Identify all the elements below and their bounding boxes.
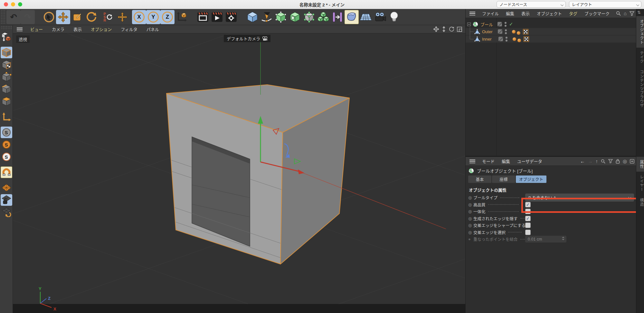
rotate-view-icon[interactable] [449,26,454,32]
filter-icon[interactable] [630,11,634,16]
lock-workplane-button[interactable] [1,194,12,206]
tab-objects[interactable]: オブジェクト [636,16,644,48]
axis-mode-button[interactable] [1,111,12,123]
camera-label[interactable]: デフォルトカメラ [224,35,270,42]
lock-y-axis-button[interactable]: Y [146,10,160,24]
tab-layers[interactable]: レイヤー [636,172,644,195]
light-button[interactable] [387,10,401,24]
om-menu-file[interactable]: ファイル [478,10,502,16]
nodespace-select[interactable]: ノードスペース [497,1,566,8]
search-icon[interactable] [616,11,621,16]
workplane-button[interactable] [1,182,12,194]
texture-tag-icon[interactable] [524,36,529,42]
model-mode-button[interactable] [1,47,12,58]
om-menu-bookmarks[interactable]: ブックマーク [581,10,613,16]
visibility-dots[interactable] [506,37,507,42]
viewport-menu-display[interactable]: 表示 [69,26,86,32]
history-back-icon[interactable]: ← [580,159,585,164]
om-menu-edit[interactable]: 編集 [502,10,518,16]
tab-takes[interactable]: テイク [636,48,644,67]
sidebar-grip[interactable] [1,26,12,30]
mograph-cloner-button[interactable] [316,10,330,24]
viewport-canvas[interactable]: Y Z X [13,33,465,313]
keyframe-bullet-icon[interactable]: ◎ [468,202,473,207]
camera-button[interactable] [373,10,387,24]
tab-attributes[interactable]: 属性 [636,157,644,172]
single-object-checkbox[interactable] [525,209,531,214]
optimize-points-value[interactable]: 0.01 cm [525,236,566,242]
keyframe-bullet-icon[interactable]: ◎ [468,230,473,235]
viewport-menu-panel[interactable]: パネル [142,26,164,32]
render-settings-button[interactable] [224,10,238,24]
lock-z-axis-button[interactable]: Z [160,10,175,24]
make-editable-button[interactable] [1,31,12,43]
move-tool-button[interactable] [56,10,70,24]
phong-tag-icon[interactable] [513,37,516,41]
snap-settings-button[interactable]: S [1,139,12,150]
spinner-arrows-icon[interactable] [562,237,564,240]
subdivision-surface-button[interactable] [274,10,288,24]
environment-floor-button[interactable] [359,10,373,24]
om-menu-view[interactable]: 表示 [518,10,533,16]
home-icon[interactable]: ⌂ [624,11,627,16]
lock-x-axis-button[interactable]: X [132,10,146,24]
rotate-tool-button[interactable] [84,10,99,24]
texture-mode-button[interactable] [1,59,12,71]
tab-structure[interactable]: 構造 [636,195,644,210]
magnet-snap-button[interactable] [1,166,12,178]
viewport-menu-icon[interactable] [17,27,23,31]
render-view-button[interactable] [196,10,210,24]
viewport-menu-options[interactable]: オプション [86,26,116,32]
object-name[interactable]: ブール [480,21,493,27]
point-mode-button[interactable] [1,71,12,83]
tab-object[interactable]: オブジェクト [516,175,546,183]
enable-check-icon[interactable]: ✓ [509,21,513,27]
filter-icon[interactable] [608,159,613,163]
global-move-button[interactable] [115,10,129,24]
am-menu-mode[interactable]: モード [478,158,498,164]
search-icon[interactable] [601,159,605,164]
texture-tag-icon[interactable] [523,29,528,34]
boolean-type-dropdown[interactable]: B を含まない A [525,194,634,202]
am-menu-edit[interactable]: 編集 [498,158,514,164]
psr-reset-button[interactable]: PSR [101,10,115,24]
tab-coordinates[interactable]: 座標 [492,175,515,183]
parent-object-icon[interactable]: ↑ [595,159,598,164]
render-picture-viewer-button[interactable] [210,10,224,24]
redo-button[interactable]: ↷ [21,10,35,24]
om-menu-tags[interactable]: タグ [565,10,581,16]
quantize-button[interactable]: S [1,151,12,163]
volume-builder-button[interactable] [302,10,316,24]
om-menu-objects[interactable]: オブジェクト [533,10,565,16]
attribute-manager-menu-icon[interactable] [469,159,475,163]
pan-view-icon[interactable] [433,26,439,32]
visibility-dots[interactable] [505,22,507,27]
layout-select[interactable]: レイアウト [569,1,641,8]
viewport-menu-view[interactable]: ビュー [26,26,47,32]
phong-tag-icon[interactable] [517,39,521,42]
edge-mode-button[interactable] [1,83,12,95]
keyframe-bullet-icon[interactable]: ◎ [468,195,473,200]
undo-button[interactable]: ↶ [6,10,21,24]
tree-row-inner[interactable]: Inner [466,35,636,43]
spline-pen-button[interactable] [260,10,274,24]
field-button[interactable] [330,10,345,24]
layer-toggle-icon[interactable] [498,29,502,34]
visibility-dots[interactable] [505,29,507,34]
toolbar-grip[interactable] [1,10,5,24]
tab-basic[interactable]: 基本 [468,175,491,183]
tree-row-outer[interactable]: Outer [466,28,636,35]
layer-toggle-icon[interactable] [497,22,502,26]
keyframe-bullet-icon[interactable]: ◎ [468,223,473,228]
add-panel-icon[interactable] [630,159,634,164]
enable-snap-button[interactable]: S [1,127,12,138]
tree-row-boolean[interactable]: ブール ✓ [466,21,636,28]
keyframe-bullet-icon[interactable]: ◎ [468,216,473,221]
polygon-mode-button[interactable] [1,96,12,107]
live-selection-button[interactable] [42,10,56,24]
history-forward-icon[interactable]: → [588,159,592,164]
workplane-mode-button[interactable] [1,206,12,218]
lock-icon[interactable] [616,159,620,164]
collapse-icon[interactable] [467,23,471,26]
modeling-boolean-button[interactable] [345,10,359,24]
